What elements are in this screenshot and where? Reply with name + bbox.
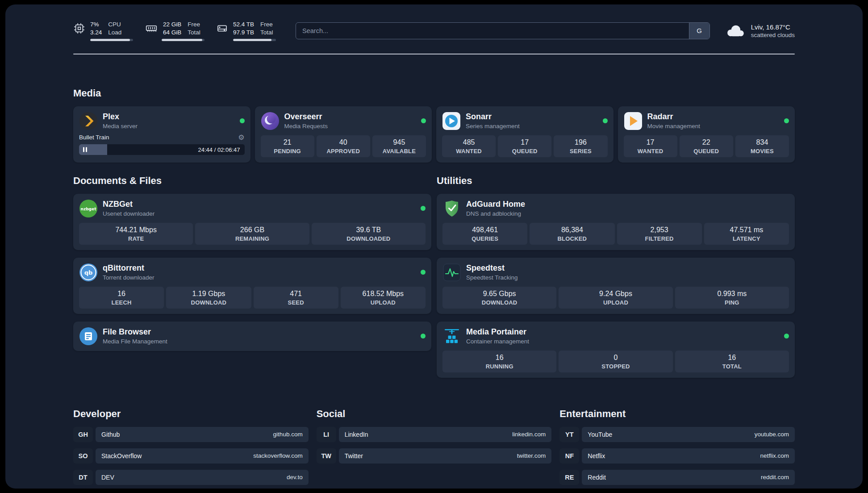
bookmark-abbr[interactable]: NF [559,448,579,464]
stat-value: 40 [318,138,368,146]
stat-value: 945 [374,138,424,146]
app-link-overseerr[interactable]: Overseerr Media Requests [261,112,426,130]
bookmark-abbr[interactable]: GH [73,427,93,442]
status-dot [784,118,789,123]
stat-value: 39.6 TB [313,226,424,234]
bookmark-url: linkedin.com [512,431,546,438]
app-name-sonarr: Sonarr [466,112,520,121]
stat-value: 485 [444,138,494,146]
bookmark-name: YouTube [588,431,612,438]
bookmark-name: Reddit [588,474,605,481]
stat-label: SEED [255,299,337,306]
bookmark-url: reddit.com [761,474,789,480]
app-link-qbittorrent[interactable]: qb qBittorrent Torrent downloader [79,263,426,282]
app-card-filebrowser: File Browser Media File Management [73,322,431,351]
cpu-label: CPU [108,21,121,29]
stat-value: 86,384 [531,226,613,234]
bookmark-reddit: RE Reddit reddit.com [559,470,795,485]
section-heading-developer: Developer [73,408,309,420]
stat-label: MOVIES [737,148,787,155]
bookmarks-section: Developer GH Github github.com SO StackO… [73,408,795,489]
svg-text:nzbget: nzbget [81,206,97,211]
plex-now-playing-widget: Bullet Train ⚙ 24:44 / 02:06:47 [79,134,245,155]
stat-label: LEECH [81,299,162,306]
pause-icon[interactable] [83,147,87,152]
app-link-sonarr[interactable]: Sonarr Series management [442,112,608,130]
search-bar: G [296,22,710,39]
ram-progress-fill [162,39,202,41]
weather-location: Lviv, 16.87°C [751,23,795,31]
stat-value: 2,953 [619,226,700,234]
app-link-speedtest[interactable]: Speedtest Speedtest Tracking [442,263,789,282]
stat-label: BLOCKED [531,235,613,242]
bookmark-abbr[interactable]: LI [317,427,336,442]
stat-value: 9.65 Gbps [444,290,555,298]
bookmark-netflix: NF Netflix netflix.com [559,448,795,464]
stat-value: 17 [500,138,550,146]
section-documents: Documents & Files nzbget NZBGet Usenet d… [73,175,431,378]
app-link-filebrowser[interactable]: File Browser Media File Management [79,327,426,346]
stat-label: PING [677,299,787,306]
bookmark-abbr[interactable]: DT [73,470,93,485]
bookmark-group-entertainment: Entertainment YT YouTube youtube.com NF … [559,408,795,485]
status-dot [421,270,426,275]
app-subtitle-portainer: Container management [466,338,529,345]
app-card-qbittorrent: qb qBittorrent Torrent downloader 16 [73,258,431,314]
bookmark-link[interactable]: DEV dev.to [96,470,309,485]
bookmark-link[interactable]: Twitter twitter.com [339,448,552,464]
search-input[interactable] [296,23,689,39]
playback-progress-bar[interactable]: 24:44 / 02:06:47 [79,144,245,155]
bookmark-abbr[interactable]: TW [317,448,336,464]
stat-tile-stopped: 0 STOPPED [559,351,672,372]
ram-icon [145,22,158,34]
bookmark-dev: DT DEV dev.to [73,470,309,485]
stat-value: 471 [255,290,337,298]
app-subtitle-adguard: DNS and adblocking [466,210,525,217]
app-card-radarr: Radarr Movie management 17 WANTED 22 QUE… [618,106,795,163]
stat-value: 0 [560,354,671,362]
app-link-portainer[interactable]: Media Portainer Container management [442,327,789,346]
bookmark-abbr[interactable]: YT [559,427,579,442]
disk-free-value: 52.4 TB [233,21,254,29]
bookmark-url: github.com [273,431,303,438]
app-name-radarr: Radarr [647,112,701,121]
bookmark-name: Twitter [345,452,363,460]
app-link-nzbget[interactable]: nzbget NZBGet Usenet downloader [79,199,426,218]
status-dot [421,118,426,123]
bookmark-link[interactable]: YouTube youtube.com [582,427,795,442]
app-name-portainer: Media Portainer [466,327,529,337]
app-link-adguard[interactable]: AdGuard Home DNS and adblocking [442,199,789,218]
bookmark-link[interactable]: LinkedIn linkedin.com [339,427,552,442]
app-link-plex[interactable]: Plex Media server [79,112,245,130]
section-heading-entertainment: Entertainment [559,408,795,420]
stat-tile-series: 196 SERIES [554,135,607,157]
bookmark-link[interactable]: Reddit reddit.com [582,470,795,485]
bookmark-link[interactable]: Github github.com [96,427,309,442]
bookmark-github: GH Github github.com [73,427,309,442]
app-link-radarr[interactable]: Radarr Movie management [624,112,789,130]
gear-icon[interactable]: ⚙ [238,134,244,141]
app-subtitle-radarr: Movie management [647,123,701,130]
stat-label: APPROVED [318,148,368,155]
stat-value: 1.19 Gbps [168,290,249,298]
stat-value: 498,461 [444,226,526,234]
bookmark-link[interactable]: Netflix netflix.com [582,448,795,464]
stat-tile-download: 9.65 Gbps DOWNLOAD [442,287,556,309]
stat-tile-approved: 40 APPROVED [317,135,370,157]
ram-free-label: Free [188,21,200,29]
stat-tile-rate: 744.21 Mbps RATE [79,223,193,245]
bookmark-abbr[interactable]: RE [559,470,579,485]
stat-value: 834 [737,138,787,146]
search-engine-button[interactable]: G [689,23,709,39]
bookmark-abbr[interactable]: SO [73,448,93,464]
stat-tile-ping: 0.993 ms PING [675,287,789,309]
bookmark-link[interactable]: StackOverflow stackoverflow.com [96,448,309,464]
section-heading-utilities: Utilities [437,175,795,187]
stat-label: TOTAL [677,363,787,370]
stat-value: 17 [626,138,676,146]
stat-label: LATENCY [706,235,787,242]
stat-value: 266 GB [197,226,307,234]
stat-label: WANTED [626,148,676,155]
stat-tile-download: 1.19 Gbps DOWNLOAD [166,287,251,309]
stat-tile-downloaded: 39.6 TB DOWNLOADED [312,223,426,245]
